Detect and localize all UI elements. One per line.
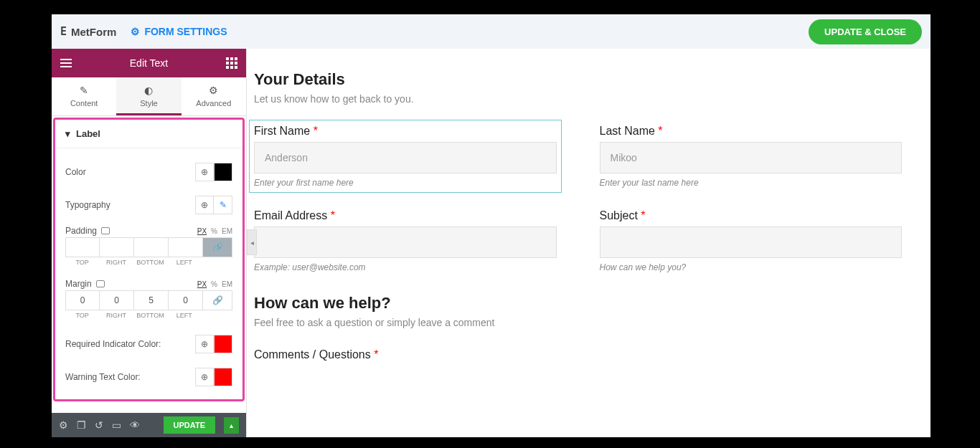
- email-label: Email Address *: [254, 209, 557, 222]
- margin-left[interactable]: [169, 290, 203, 310]
- subject-input[interactable]: [600, 227, 903, 258]
- unit-em[interactable]: EM: [222, 280, 232, 288]
- globe-icon[interactable]: ⊕: [195, 335, 214, 353]
- first-name-label: First Name *: [254, 125, 557, 138]
- section-subtitle-details: Let us know how to get back to you.: [254, 93, 902, 105]
- brand: E MetForm: [60, 25, 116, 38]
- last-name-col: Last Name * Enter your last name here: [600, 125, 903, 188]
- dim-side-left: LEFT: [167, 310, 201, 320]
- layers-icon[interactable]: ❐: [77, 419, 86, 431]
- dim-side-top: TOP: [65, 310, 99, 320]
- unit-px[interactable]: PX: [197, 280, 207, 288]
- tab-advanced[interactable]: ⚙ Advanced: [182, 77, 246, 115]
- comments-label: Comments / Questions *: [254, 348, 902, 361]
- top-bar-left: E MetForm ⚙ FORM SETTINGS: [60, 25, 227, 38]
- unit-em[interactable]: EM: [222, 227, 232, 235]
- gear-icon[interactable]: ⚙: [59, 419, 68, 431]
- unit-pct[interactable]: %: [211, 227, 217, 235]
- form-row-contact: Email Address * Example: user@website.co…: [254, 209, 902, 272]
- sidebar-header: Edit Text: [52, 49, 246, 77]
- margin-top[interactable]: [65, 290, 100, 310]
- required-color-label: Required Indicator Color:: [65, 339, 161, 349]
- collapse-sidebar-icon[interactable]: ◂: [247, 229, 257, 255]
- footer-update-button[interactable]: UPDATE: [164, 416, 215, 434]
- tab-style-label: Style: [140, 99, 157, 108]
- margin-link-icon[interactable]: 🔗: [203, 290, 232, 310]
- responsive-icon[interactable]: [96, 280, 105, 287]
- color-swatch-black[interactable]: [214, 163, 232, 181]
- dim-side-left: LEFT: [167, 257, 201, 267]
- unit-px[interactable]: PX: [197, 227, 207, 235]
- section-subtitle-help: Feel free to ask a question or simply le…: [254, 317, 902, 328]
- globe-icon[interactable]: ⊕: [195, 196, 214, 214]
- top-bar: E MetForm ⚙ FORM SETTINGS UPDATE & CLOSE: [52, 14, 930, 49]
- tab-content[interactable]: ✎ Content: [52, 77, 116, 115]
- preview-area[interactable]: Your Details Let us know how to get back…: [247, 49, 930, 437]
- padding-sublabels: TOP RIGHT BOTTOM LEFT: [65, 257, 232, 267]
- apps-grid-icon[interactable]: [226, 57, 237, 69]
- control-typography: Typography ⊕ ✎: [65, 189, 232, 221]
- responsive-icon[interactable]: [101, 227, 110, 234]
- footer-caret-button[interactable]: ▴: [224, 417, 239, 434]
- form-row-name: First Name * Enter your first name here …: [254, 125, 902, 188]
- dim-side-bottom: BOTTOM: [133, 310, 167, 320]
- sidebar-footer: ⚙ ❐ ↺ ▭ 👁 UPDATE ▴: [52, 413, 246, 437]
- padding-right[interactable]: [100, 237, 134, 257]
- email-help: Example: user@website.com: [254, 262, 557, 272]
- globe-icon[interactable]: ⊕: [195, 368, 214, 386]
- margin-right[interactable]: [100, 290, 134, 310]
- form-settings-link[interactable]: ⚙ FORM SETTINGS: [131, 26, 227, 37]
- padding-bottom[interactable]: [134, 237, 169, 257]
- tab-content-label: Content: [70, 99, 98, 108]
- label-section-header[interactable]: ▾ Label: [55, 120, 242, 148]
- padding-inputs: 🔗: [65, 237, 232, 257]
- last-name-input[interactable]: [600, 142, 903, 173]
- responsive-icon[interactable]: ▭: [112, 419, 121, 431]
- editor-title: Edit Text: [130, 57, 168, 69]
- padding-link-icon[interactable]: 🔗: [203, 237, 232, 257]
- section-heading-details: Your Details: [254, 70, 902, 89]
- control-warning-color: Warning Text Color: ⊕: [65, 361, 232, 394]
- required-color-buttons: ⊕: [195, 335, 232, 353]
- control-required-color: Required Indicator Color: ⊕: [65, 328, 232, 361]
- margin-header: Margin PX % EM: [65, 275, 232, 290]
- dim-side-top: TOP: [65, 257, 99, 267]
- unit-pct[interactable]: %: [211, 280, 217, 288]
- eye-icon[interactable]: 👁: [130, 419, 140, 431]
- padding-header: Padding PX % EM: [65, 221, 232, 237]
- margin-inputs: 🔗: [65, 290, 232, 310]
- control-color: Color ⊕: [65, 156, 232, 189]
- edit-pencil-icon[interactable]: ✎: [214, 196, 232, 214]
- first-name-input[interactable]: [254, 142, 557, 173]
- warning-color-label: Warning Text Color:: [65, 372, 141, 382]
- margin-sublabels: TOP RIGHT BOTTOM LEFT: [65, 310, 232, 320]
- controls-scroll[interactable]: ▾ Label Color ⊕: [52, 116, 246, 413]
- editor-sidebar: Edit Text ✎ Content ◐ Style ⚙ Advanced: [52, 49, 247, 437]
- tab-style[interactable]: ◐ Style: [116, 77, 181, 115]
- dim-side-right: RIGHT: [99, 310, 133, 320]
- last-name-label: Last Name *: [600, 125, 903, 138]
- typography-buttons: ⊕ ✎: [195, 196, 232, 214]
- form-settings-label: FORM SETTINGS: [144, 26, 227, 37]
- margin-bottom[interactable]: [134, 290, 169, 310]
- first-name-col: First Name * Enter your first name here: [254, 125, 557, 188]
- brand-icon: E: [60, 25, 67, 38]
- email-input[interactable]: [254, 227, 557, 258]
- color-swatch-red[interactable]: [214, 335, 232, 353]
- padding-units: PX % EM: [197, 227, 232, 235]
- typography-label: Typography: [65, 200, 110, 210]
- update-close-button[interactable]: UPDATE & CLOSE: [809, 19, 922, 44]
- first-name-group-selected[interactable]: First Name * Enter your first name here: [249, 120, 562, 193]
- contrast-icon: ◐: [144, 85, 153, 96]
- hamburger-icon[interactable]: [60, 59, 72, 67]
- warning-color-buttons: ⊕: [195, 368, 232, 386]
- globe-icon[interactable]: ⊕: [195, 163, 214, 181]
- history-icon[interactable]: ↺: [95, 419, 103, 431]
- chevron-down-icon: ▾: [65, 128, 70, 139]
- subject-col: Subject * How can we help you?: [600, 209, 903, 272]
- padding-left[interactable]: [169, 237, 203, 257]
- tab-advanced-label: Advanced: [196, 99, 231, 108]
- first-name-help: Enter your first name here: [254, 178, 557, 188]
- padding-top[interactable]: [65, 237, 100, 257]
- color-swatch-red[interactable]: [214, 368, 232, 386]
